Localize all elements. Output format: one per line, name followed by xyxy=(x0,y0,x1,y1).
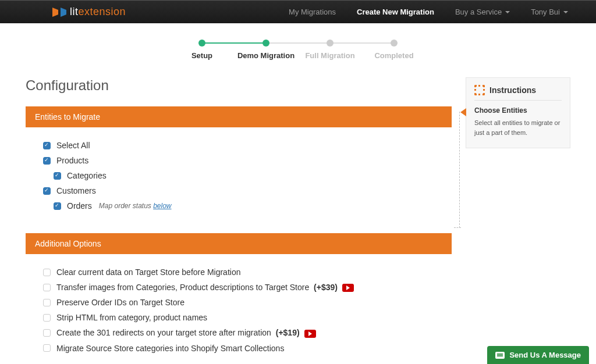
step-dot-icon xyxy=(391,40,398,47)
envelope-icon xyxy=(495,352,505,359)
checkbox-categories[interactable] xyxy=(54,172,61,180)
label-strip-html[interactable]: Strip HTML from category, product names xyxy=(56,313,207,322)
additional-options-panel: Additional Options Clear current data on… xyxy=(26,233,452,359)
step-dot-icon xyxy=(262,40,269,47)
step-connector xyxy=(266,42,330,44)
step-setup: Setup xyxy=(170,40,234,60)
label-clear-data[interactable]: Clear current data on Target Store befor… xyxy=(56,267,240,277)
label-transfer-images[interactable]: Transfer images from Categories, Product… xyxy=(56,283,354,292)
logo[interactable]: litextension xyxy=(52,6,126,18)
label-shopify-smart-collections[interactable]: Migrate Source Store categories into Sho… xyxy=(56,344,284,353)
chat-widget-button[interactable]: Send Us A Message xyxy=(487,346,589,364)
instructions-text: Select all entities to migrate or just a… xyxy=(474,118,562,137)
top-navbar: litextension My Migrations Create New Mi… xyxy=(0,0,596,23)
main-nav: My Migrations Create New Migration Buy a… xyxy=(284,1,573,23)
entities-panel-header: Entities to Migrate xyxy=(26,106,452,127)
caret-down-icon xyxy=(563,11,568,13)
step-dot-icon xyxy=(327,40,334,47)
caret-down-icon xyxy=(505,11,510,13)
checkbox-orders[interactable] xyxy=(54,202,61,210)
label-preserve-order-ids[interactable]: Preserve Order IDs on Target Store xyxy=(56,298,185,307)
instructions-icon xyxy=(474,85,485,95)
checkbox-preserve-order-ids[interactable] xyxy=(43,299,51,306)
dashed-connector xyxy=(459,112,460,228)
instructions-subtitle: Choose Entities xyxy=(474,106,562,115)
entities-panel: Entities to Migrate Select All Products … xyxy=(26,106,452,217)
pointer-arrow-icon xyxy=(460,108,466,116)
svg-marker-0 xyxy=(52,8,58,17)
chat-widget-label: Send Us A Message xyxy=(509,351,581,359)
nav-buy-service[interactable]: Buy a Service xyxy=(450,1,515,23)
instructions-panel: Instructions Choose Entities Select all … xyxy=(466,77,570,148)
sidebar-column: Instructions Choose Entities Select all … xyxy=(466,77,570,148)
label-select-all[interactable]: Select All xyxy=(56,141,90,150)
checkbox-clear-data[interactable] xyxy=(43,269,51,276)
orders-map-link[interactable]: below xyxy=(153,202,171,210)
youtube-icon[interactable] xyxy=(342,284,354,292)
checkbox-select-all[interactable] xyxy=(43,142,51,149)
instructions-title: Instructions xyxy=(489,85,536,95)
checkbox-transfer-images[interactable] xyxy=(43,284,51,291)
orders-hint: Map order status below xyxy=(99,202,172,210)
checkbox-strip-html[interactable] xyxy=(43,314,51,322)
checkbox-301-redirects[interactable] xyxy=(43,329,51,337)
main-column: Configuration Entities to Migrate Select… xyxy=(26,77,452,364)
checkbox-products[interactable] xyxy=(43,157,51,165)
nav-my-migrations[interactable]: My Migrations xyxy=(284,1,340,23)
label-orders[interactable]: Orders xyxy=(67,201,92,210)
step-dot-icon xyxy=(198,40,205,47)
page-title: Configuration xyxy=(26,77,452,94)
label-products[interactable]: Products xyxy=(56,156,88,165)
logo-icon xyxy=(52,6,66,18)
step-connector xyxy=(330,42,394,44)
additional-options-header: Additional Options xyxy=(26,233,452,254)
youtube-icon[interactable] xyxy=(304,330,316,338)
checkbox-customers[interactable] xyxy=(43,187,51,195)
step-connector xyxy=(202,42,266,44)
nav-create-new-migration[interactable]: Create New Migration xyxy=(352,1,439,23)
checkbox-shopify-smart-collections[interactable] xyxy=(43,344,51,352)
label-customers[interactable]: Customers xyxy=(56,186,96,195)
label-301-redirects[interactable]: Create the 301 redirects on your target … xyxy=(56,328,316,337)
svg-marker-1 xyxy=(61,8,66,17)
progress-stepper: Setup Demo Migration Full Migration Comp… xyxy=(0,40,596,60)
nav-user-menu[interactable]: Tony Bui xyxy=(526,1,573,23)
label-categories[interactable]: Categories xyxy=(67,171,107,180)
logo-text: litextension xyxy=(70,6,126,18)
